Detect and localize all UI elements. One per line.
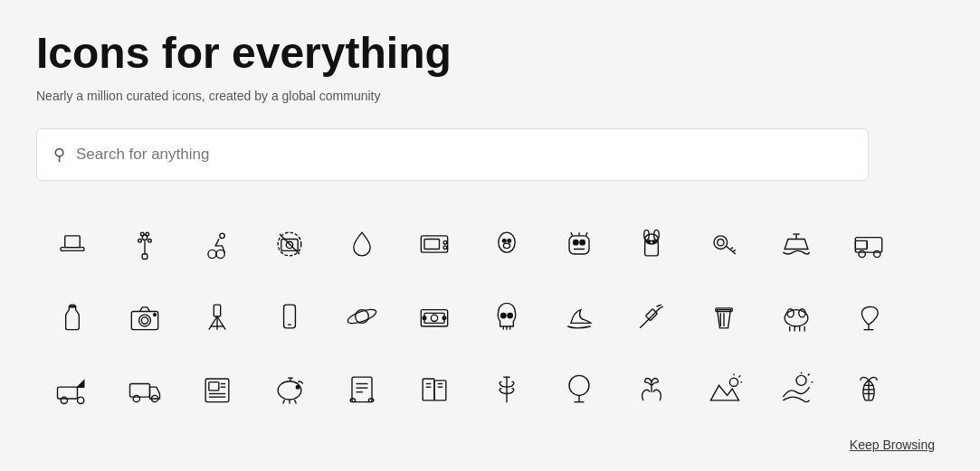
svg-point-65 [431, 315, 437, 321]
news-icon[interactable] [181, 353, 253, 425]
svg-line-107 [295, 400, 297, 404]
camera-icon[interactable] [109, 280, 181, 353]
svg-line-57 [217, 316, 225, 330]
svg-rect-90 [58, 387, 78, 399]
svg-rect-1 [65, 235, 81, 247]
keep-browsing-row: Keep Browsing [36, 438, 944, 452]
mountain-sun-icon[interactable] [688, 353, 760, 425]
svg-point-23 [503, 243, 509, 249]
svg-point-52 [141, 317, 147, 324]
keys-icon[interactable] [688, 208, 760, 280]
food-truck-icon[interactable] [833, 208, 905, 280]
bottle-icon[interactable] [36, 280, 109, 353]
magic-wand-icon[interactable] [109, 208, 181, 280]
farm-sun-icon[interactable] [760, 353, 833, 425]
svg-rect-98 [209, 382, 219, 390]
svg-line-29 [585, 232, 587, 236]
svg-point-7 [146, 232, 149, 236]
svg-point-104 [296, 385, 300, 389]
svg-point-45 [859, 250, 865, 257]
svg-line-40 [733, 250, 736, 251]
phone-icon[interactable] [253, 280, 326, 353]
svg-point-81 [785, 309, 808, 325]
svg-point-66 [423, 316, 426, 320]
svg-rect-110 [352, 377, 372, 402]
svg-point-21 [502, 239, 506, 242]
no-photo-icon[interactable] [253, 208, 326, 280]
dog-icon[interactable] [615, 208, 688, 280]
svg-point-67 [442, 316, 446, 320]
shark-icon[interactable] [543, 280, 615, 353]
svg-point-20 [499, 232, 515, 252]
svg-point-69 [508, 313, 513, 318]
svg-point-53 [154, 313, 157, 316]
hands-plant-icon[interactable] [615, 353, 688, 425]
planet-icon[interactable] [326, 280, 398, 353]
keep-browsing-button[interactable]: Keep Browsing [850, 438, 935, 452]
svg-point-51 [139, 315, 151, 326]
corn-icon[interactable] [833, 353, 905, 425]
ghost-icon[interactable] [471, 208, 543, 280]
svg-line-38 [726, 245, 736, 253]
svg-point-103 [278, 381, 301, 399]
svg-point-34 [648, 240, 651, 242]
svg-rect-24 [569, 235, 589, 253]
svg-point-6 [140, 232, 144, 236]
caduceus-icon[interactable] [471, 353, 543, 425]
tow-truck-icon[interactable] [36, 353, 109, 425]
monster-icon[interactable] [543, 208, 615, 280]
svg-line-27 [571, 232, 573, 236]
tree-icon[interactable] [543, 353, 615, 425]
svg-rect-114 [350, 399, 356, 402]
svg-line-77 [660, 306, 663, 308]
delivery-truck-icon[interactable] [109, 353, 181, 425]
svg-line-105 [283, 400, 285, 404]
money-icon[interactable] [398, 280, 471, 353]
svg-point-18 [443, 240, 447, 244]
booklet-icon[interactable] [398, 353, 471, 425]
search-bar[interactable]: ⚲ [36, 128, 869, 181]
search-input[interactable] [76, 146, 852, 164]
svg-line-134 [808, 373, 810, 375]
svg-point-22 [508, 239, 511, 242]
syringe-icon[interactable] [615, 280, 688, 353]
svg-rect-17 [424, 239, 440, 249]
svg-rect-8 [142, 254, 147, 259]
cup-icon[interactable] [688, 280, 760, 353]
svg-point-4 [138, 239, 142, 242]
graduation-leaf-icon[interactable] [833, 280, 905, 353]
tripod-icon[interactable] [181, 280, 253, 353]
wheelchair-icon[interactable] [181, 208, 253, 280]
svg-rect-116 [423, 379, 434, 400]
cow-icon[interactable] [760, 280, 833, 353]
svg-point-31 [645, 234, 659, 244]
svg-point-83 [799, 308, 805, 316]
svg-line-55 [209, 316, 217, 330]
svg-point-82 [787, 308, 794, 316]
microwave-icon[interactable] [398, 208, 471, 280]
top-hat-icon[interactable] [36, 208, 109, 280]
piggy-bank-icon[interactable] [253, 353, 326, 425]
svg-point-68 [501, 313, 507, 318]
svg-point-10 [216, 250, 224, 258]
svg-point-9 [220, 233, 225, 239]
svg-point-124 [569, 375, 589, 395]
svg-point-91 [61, 397, 67, 403]
search-icon: ⚲ [53, 145, 65, 165]
document-icon[interactable] [326, 353, 398, 425]
svg-point-11 [208, 250, 216, 258]
svg-rect-54 [214, 305, 220, 316]
ferry-icon[interactable] [760, 208, 833, 280]
svg-point-132 [796, 375, 806, 385]
svg-rect-44 [855, 240, 867, 249]
svg-point-128 [729, 378, 737, 386]
svg-rect-94 [130, 383, 150, 397]
icons-grid [36, 208, 944, 425]
svg-line-76 [657, 305, 662, 306]
water-drop-icon[interactable] [326, 208, 398, 280]
svg-point-26 [580, 240, 585, 245]
skull-icon[interactable] [471, 280, 543, 353]
svg-line-130 [739, 375, 741, 377]
svg-point-5 [148, 239, 152, 242]
svg-line-75 [640, 325, 643, 328]
